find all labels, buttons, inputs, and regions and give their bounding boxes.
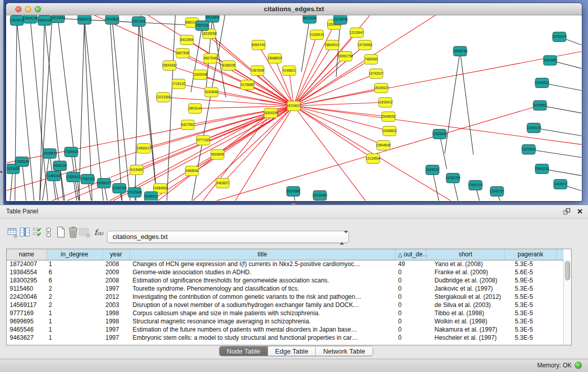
graph-node-yellow[interactable]: 9699695 xyxy=(211,150,224,160)
table-row[interactable]: 977716911998Corpus callosum shape and si… xyxy=(7,309,563,317)
graph-node-yellow[interactable]: 12124594 xyxy=(366,154,381,164)
column-header-out-degree[interactable]: △out_de… xyxy=(395,249,426,260)
close-window-icon[interactable] xyxy=(15,6,21,12)
table-row[interactable]: 946554611997Estimation of the future num… xyxy=(7,325,563,334)
graph-node-teal[interactable]: 16210643 xyxy=(51,15,66,23)
table-row[interactable]: 946362711997Embryonic stem cells: a mode… xyxy=(7,334,563,342)
graph-node-yellow[interactable]: 9465546 xyxy=(185,166,199,176)
graph-node-teal[interactable]: 15693231 xyxy=(77,15,92,25)
graph-node-teal[interactable]: 12942757 xyxy=(490,187,505,196)
table-settings-icon[interactable]: ⚙ xyxy=(6,225,19,240)
graph-node-yellow[interactable]: 22420046 xyxy=(193,70,208,80)
graph-node-yellow[interactable]: 7485083 xyxy=(364,55,378,64)
graph-node-teal[interactable]: 17359924 xyxy=(64,147,79,157)
minimize-window-icon[interactable] xyxy=(25,6,31,12)
graph-node-teal[interactable]: 7857224 xyxy=(195,21,209,31)
graph-node-yellow[interactable]: 16742927 xyxy=(369,69,384,79)
graph-node-yellow[interactable]: 15495052 xyxy=(381,112,396,122)
table-row[interactable]: 1830029562008Estimation of significance … xyxy=(7,276,563,285)
tab-node-table[interactable]: Node Table xyxy=(220,346,268,356)
column-chooser-icon[interactable] xyxy=(18,225,32,240)
graph-node-teal[interactable]: 9245022 xyxy=(144,192,158,201)
graph-node-yellow[interactable]: 9175685 xyxy=(241,80,254,90)
table-row[interactable]: 2242004622012Investigating the contribut… xyxy=(7,293,563,301)
close-panel-icon[interactable]: ✕ xyxy=(577,207,583,215)
graph-node-teal[interactable]: 16210643 xyxy=(521,145,536,155)
graph-node-teal[interactable]: 20691406 xyxy=(37,16,52,26)
graph-node-teal[interactable]: 12923446 xyxy=(127,188,142,198)
graph-node-yellow[interactable]: 9146821 xyxy=(282,66,296,76)
graph-node-yellow[interactable]: 8912954 xyxy=(180,35,193,45)
graph-node-yellow[interactable]: 18640910 xyxy=(325,40,340,50)
graph-node-yellow[interactable]: 9115460 xyxy=(130,165,143,175)
column-header-name[interactable]: name xyxy=(7,249,47,260)
graph-node-teal[interactable]: 19218596 xyxy=(333,15,348,25)
graph-node-teal[interactable]: 9245022 xyxy=(426,165,439,175)
graph-node-yellow[interactable]: 15688520 xyxy=(268,54,282,63)
graph-node-teal[interactable]: 12093832 xyxy=(105,15,120,25)
graph-node-yellow[interactable]: 2367608 xyxy=(251,66,264,76)
graph-node-teal[interactable]: 17957223 xyxy=(80,174,95,184)
graph-node-teal[interactable]: 12093832 xyxy=(535,78,550,88)
column-header-short[interactable]: short xyxy=(426,249,505,260)
column-header-in-degree[interactable]: in_degree xyxy=(47,249,102,260)
graph-node-teal[interactable]: 20204360 xyxy=(313,191,328,201)
graph-node-yellow[interactable]: 14569117 xyxy=(137,144,151,154)
table-selector-dropdown[interactable]: citations_edges.txt xyxy=(107,231,349,243)
graph-node-yellow[interactable]: 16106427 xyxy=(374,83,389,93)
column-header-title[interactable]: title xyxy=(129,249,395,260)
graph-node-yellow[interactable]: 18724007 xyxy=(287,101,301,111)
graph-node-teal[interactable]: 9505135 xyxy=(53,161,67,171)
graph-node-teal[interactable]: 11451194 xyxy=(47,171,61,181)
graph-node-yellow[interactable]: 9463627 xyxy=(216,179,229,188)
graph-node-teal[interactable]: 11568169 xyxy=(15,157,30,167)
column-header-year[interactable]: year xyxy=(102,249,129,260)
tab-edge-table[interactable]: Edge Table xyxy=(268,346,316,356)
graph-node-yellow[interactable]: 9242848 xyxy=(205,87,218,97)
graph-node-yellow[interactable]: 16543382 xyxy=(162,61,177,71)
graph-node-yellow[interactable]: 9827546 xyxy=(204,54,217,63)
table-row[interactable]: 1938455462009Genome-wide association stu… xyxy=(7,268,563,276)
graph-node-yellow[interactable]: 13544545 xyxy=(376,141,391,150)
table-row[interactable]: 1872400712008Changes of HCN gene express… xyxy=(7,260,563,268)
graph-node-teal[interactable]: 12350513 xyxy=(66,172,81,182)
graph-node-teal[interactable]: 15751074 xyxy=(552,32,567,42)
graph-node-teal[interactable]: 16648784 xyxy=(453,47,468,56)
graph-node-teal[interactable]: 8215953 xyxy=(533,101,547,111)
row-height-icon[interactable] xyxy=(42,225,55,240)
graph-node-yellow[interactable]: 12213383 xyxy=(156,93,171,102)
graph-node-yellow[interactable]: 19734983 xyxy=(358,40,373,50)
graph-node-teal[interactable]: 16782759 xyxy=(112,184,127,193)
network-window[interactable]: citations_edges.txt 18724007886012318226… xyxy=(6,3,582,201)
graph-node-yellow[interactable]: 8454749 xyxy=(252,40,265,50)
graph-node-teal[interactable]: 15693231 xyxy=(535,164,550,174)
panel-resize-grip[interactable] xyxy=(292,203,295,205)
graph-node-yellow[interactable]: 2803144 xyxy=(188,104,202,114)
graph-node-teal[interactable]: 17957223 xyxy=(468,181,483,190)
graph-node-teal[interactable]: 16958167 xyxy=(97,179,112,188)
graph-node-yellow[interactable]: 10995822 xyxy=(382,126,397,136)
graph-node-yellow[interactable]: 2718120 xyxy=(172,79,185,89)
graph-node-teal[interactable]: 9227343 xyxy=(132,17,145,27)
graph-node-teal[interactable]: 20206576 xyxy=(42,149,57,159)
graph-node-teal[interactable]: 9329966 xyxy=(543,56,557,65)
graph-node-teal[interactable]: 16782759 xyxy=(446,173,461,183)
network-window-titlebar[interactable]: citations_edges.txt xyxy=(6,3,582,15)
table-scrollbar-thumb[interactable] xyxy=(565,261,570,280)
graph-node-teal[interactable]: 12444139 xyxy=(527,123,541,133)
function-builder-icon[interactable]: f(x) xyxy=(92,225,105,240)
graph-node-yellow[interactable]: 9777169 xyxy=(197,136,210,145)
table-scrollbar[interactable] xyxy=(563,260,571,345)
table-row[interactable]: 969969511998Structural magnetic resonanc… xyxy=(7,317,563,325)
graph-node-yellow[interactable]: 16961758 xyxy=(338,52,353,61)
panel-collapse-arrow-icon[interactable]: ▸ xyxy=(1,169,3,174)
graph-node-teal[interactable]: 12444139 xyxy=(23,15,38,24)
graph-node-teal[interactable]: 12923446 xyxy=(432,129,447,139)
float-panel-icon[interactable] xyxy=(563,208,571,215)
tab-network-table[interactable]: Network Table xyxy=(316,346,372,356)
graph-node-teal[interactable]: 9097588 xyxy=(287,187,300,196)
graph-node-yellow[interactable]: 12215947 xyxy=(350,28,364,38)
graph-node-teal[interactable]: 8813054 xyxy=(303,15,316,24)
network-canvas[interactable]: 1872400788601231822605889129549827508165… xyxy=(7,15,581,201)
graph-node-yellow[interactable]: 9827508 xyxy=(176,49,189,58)
